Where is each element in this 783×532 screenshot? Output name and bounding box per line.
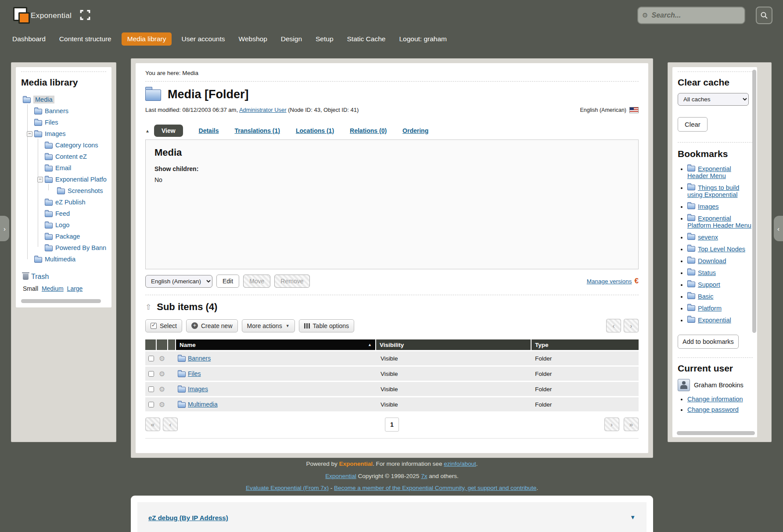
more-actions-button[interactable]: More actions ▼ [242, 319, 295, 332]
tree-link[interactable]: Banners [45, 107, 68, 114]
tree-link[interactable]: eZ Publish [55, 199, 86, 206]
nav-user-accounts[interactable]: User accounts [180, 32, 226, 46]
page-prev-button[interactable]: ‹ [163, 418, 178, 431]
tree-item-multimedia[interactable]: Multimedia [21, 254, 111, 265]
row-link-files[interactable]: Files [188, 370, 201, 377]
tab-translations[interactable]: Translations (1) [234, 127, 280, 134]
create-new-button[interactable]: + Create new [186, 319, 238, 332]
tree-link[interactable]: Media [33, 96, 54, 104]
left-horizontal-scrollbar[interactable] [21, 299, 101, 303]
bookmark-link[interactable]: Download [698, 257, 726, 264]
change-password-link[interactable]: Change password [687, 406, 739, 413]
collapse-expander-icon[interactable]: − [37, 177, 43, 182]
row-gear-icon[interactable]: ⚙ [159, 370, 165, 378]
tab-ordering[interactable]: Ordering [402, 127, 428, 134]
bookmark-link[interactable]: Platform [698, 305, 722, 312]
tree-item-feed[interactable]: Feed [21, 208, 111, 219]
row-gear-icon[interactable]: ⚙ [159, 385, 165, 393]
bookmark-link[interactable]: Exponential Platform Header Menu [687, 215, 751, 229]
ezinfo-about-link[interactable]: ezinfo/about [444, 461, 476, 467]
tree-item-images[interactable]: − Images [21, 128, 111, 139]
tree-item-category-icons[interactable]: Category Icons [21, 139, 111, 151]
manage-versions-link[interactable]: Manage versions [587, 278, 632, 285]
row-checkbox[interactable] [148, 386, 154, 392]
page-first-button[interactable]: « [145, 418, 160, 431]
tree-item-powered-by-banner[interactable]: Powered By Bann [21, 242, 111, 254]
bookmark-link[interactable]: Status [698, 269, 716, 276]
tab-details[interactable]: Details [199, 127, 219, 134]
row-gear-icon[interactable]: ⚙ [159, 400, 165, 409]
header-name[interactable]: Name ▲ [176, 339, 375, 350]
row-link-banners[interactable]: Banners [188, 355, 211, 362]
bookmark-link[interactable]: sevenx [698, 234, 718, 241]
tree-item-logo[interactable]: Logo [21, 219, 111, 231]
table-options-button[interactable]: Table options [299, 319, 355, 332]
bookmark-link[interactable]: Images [698, 203, 719, 210]
header-visibility[interactable]: Visibility [376, 339, 531, 350]
tree-link[interactable]: Package [55, 233, 80, 240]
tree-item-banners[interactable]: Banners [21, 105, 111, 117]
page-next-button[interactable]: › [624, 319, 639, 332]
row-link-multimedia[interactable]: Multimedia [188, 401, 218, 408]
row-checkbox[interactable] [148, 402, 154, 407]
collapse-expander-icon[interactable]: − [27, 131, 32, 137]
right-vertical-scrollbar[interactable] [752, 70, 756, 333]
right-horizontal-scrollbar[interactable] [677, 431, 755, 435]
page-prev-button[interactable]: ‹ [606, 319, 621, 332]
search-settings-icon[interactable]: ⚙ [642, 11, 648, 19]
size-large-link[interactable]: Large [67, 285, 83, 292]
tree-link[interactable]: Images [45, 130, 66, 137]
row-checkbox[interactable] [148, 371, 154, 377]
trash-link[interactable]: Trash [31, 273, 49, 281]
tree-link[interactable]: Multimedia [45, 256, 75, 263]
tree-item-package[interactable]: Package [21, 231, 111, 242]
header-type[interactable]: Type [532, 339, 639, 350]
tab-locations[interactable]: Locations (1) [296, 127, 334, 134]
select-button[interactable]: Select [145, 319, 182, 332]
tree-link[interactable]: Files [45, 119, 58, 126]
tree-link[interactable]: Content eZ [55, 153, 87, 160]
debug-caret-icon[interactable]: ▼ [630, 514, 636, 521]
modified-user-link[interactable]: Administrator User [239, 107, 287, 113]
size-medium-link[interactable]: Medium [42, 285, 64, 292]
edit-button[interactable]: Edit [216, 275, 239, 288]
tree-link[interactable]: Screenshots [68, 187, 103, 194]
tree-item-content-ez[interactable]: Content eZ [21, 151, 111, 162]
tree-item-media[interactable]: Media [21, 94, 111, 105]
row-link-images[interactable]: Images [188, 386, 208, 393]
tree-link[interactable]: Category Icons [55, 142, 98, 149]
bookmark-link[interactable]: Exponential [698, 317, 731, 324]
search-button[interactable] [756, 7, 772, 24]
nav-dashboard[interactable]: Dashboard [11, 32, 47, 46]
tree-link[interactable]: Powered By Bann [55, 244, 106, 251]
tree-link[interactable]: Logo [55, 221, 69, 229]
nav-logout[interactable]: Logout: graham [398, 32, 448, 46]
nav-webshop[interactable]: Webshop [238, 32, 268, 46]
tree-item-ez-publish[interactable]: eZ Publish [21, 196, 111, 208]
nav-content-structure[interactable]: Content structure [58, 32, 112, 46]
tree-item-files[interactable]: Files [21, 117, 111, 128]
fullscreen-icon[interactable] [79, 9, 91, 21]
nav-static-cache[interactable]: Static Cache [346, 32, 387, 46]
search-input[interactable] [650, 11, 744, 20]
nav-design[interactable]: Design [280, 32, 303, 46]
tree-link[interactable]: Exponential Platfo [55, 176, 107, 183]
tree-item-email[interactable]: Email [21, 162, 111, 174]
clear-cache-button[interactable]: Clear [678, 117, 708, 132]
community-link[interactable]: Become a member of the Exponential Commu… [334, 485, 536, 491]
bookmark-link[interactable]: Basic [698, 293, 713, 300]
tree-item-screenshots[interactable]: Screenshots [21, 185, 111, 196]
tab-view-active[interactable]: View [154, 125, 183, 137]
collapse-right-panel-handle[interactable]: ‹ [774, 216, 783, 241]
collapse-left-panel-handle[interactable]: › [0, 216, 9, 241]
tab-relations[interactable]: Relations (0) [350, 127, 387, 134]
page-next-button[interactable]: › [604, 418, 619, 431]
tree-link[interactable]: Email [55, 164, 71, 171]
language-select[interactable]: English (American) [145, 275, 212, 288]
bookmark-link[interactable]: Top Level Nodes [698, 246, 745, 253]
cache-select[interactable]: All caches [678, 93, 749, 106]
tree-link[interactable]: Feed [55, 210, 70, 217]
sevenx-link[interactable]: 7x [421, 473, 427, 479]
exponential-link[interactable]: Exponential [325, 473, 356, 479]
tree-item-exponential-platform[interactable]: − Exponential Platfo [21, 174, 111, 185]
